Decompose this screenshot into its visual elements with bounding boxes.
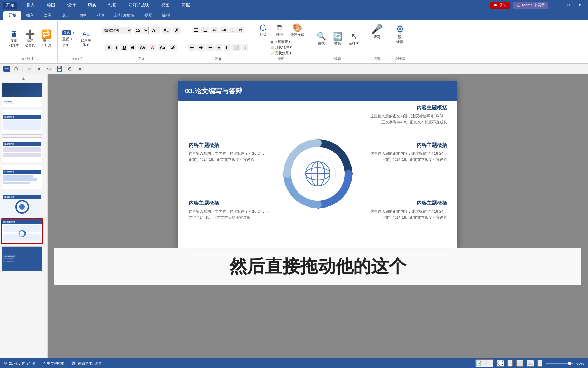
find-btn[interactable]: 🔍 查找 — [314, 31, 329, 47]
arrange-btn[interactable]: ⧉ 排列 — [272, 22, 287, 38]
top-bar-draw[interactable]: 绘图 — [44, 2, 58, 9]
maximize-button[interactable]: □ — [565, 2, 572, 8]
top-bar-animate[interactable]: 动画 — [105, 2, 119, 9]
listen-btn[interactable]: 🎤 听写 — [369, 22, 385, 41]
designer-btn[interactable]: ⚙ 设 计器 — [392, 22, 407, 45]
font-size-select[interactable]: 12 — [134, 27, 149, 34]
ribbon-section-btn[interactable]: 节▼ — [61, 43, 76, 48]
record-icon: ⏺ — [494, 3, 497, 7]
comments-btn[interactable]: 💬 — [497, 360, 504, 367]
undo-more-btn[interactable]: ▼ — [35, 65, 43, 73]
tab-slideshow[interactable]: 幻灯片放映 — [110, 11, 140, 20]
redo-btn[interactable]: ↪ — [45, 65, 53, 73]
ribbon-layout-btn[interactable]: 版式 ▼ — [61, 30, 76, 36]
font-color-btn[interactable]: A — [149, 44, 156, 51]
shape-fill-btn[interactable]: ▦ 形状填充▼ — [269, 39, 294, 44]
slides-group-label: 在线幻灯片 — [21, 56, 38, 61]
italic-btn[interactable]: I — [114, 44, 119, 51]
notes-btn[interactable]: 📝 备注 — [475, 359, 493, 367]
slide-on-badge: 开 — [3, 66, 10, 72]
line-spacing-btn[interactable]: ↕ — [242, 44, 249, 51]
slide-thumb-6[interactable]: 03.论文编写与答辩 — [1, 218, 43, 244]
top-bar-view[interactable]: 视图 — [159, 2, 172, 9]
normal-view-btn[interactable]: ⊞ — [507, 360, 513, 367]
top-bar-briefing[interactable]: 简报 — [179, 2, 193, 9]
quick-style-btn[interactable]: 🎨 快速样式 — [288, 22, 307, 38]
font-decrease-btn[interactable]: A↓ — [161, 27, 171, 34]
convert-smartart-btn[interactable]: ⟳ — [236, 27, 244, 33]
align-right-btn[interactable]: ➡ — [206, 44, 214, 51]
tab-briefing[interactable]: 简报 — [157, 11, 175, 20]
text-direction-btn[interactable]: ↕ — [229, 27, 235, 33]
content-box-mid-left: 内容主题概括 这里输入您的正文内容，建议标题字号16-24，正文字号14-18。… — [189, 142, 277, 163]
vertical-align-btn[interactable]: ⫿ — [224, 44, 230, 51]
slide-thumb-5[interactable]: 05. 修改标题 — [1, 191, 43, 217]
scroll-up-btn[interactable]: ▲ — [1, 76, 46, 81]
slide-header: 03.论文编写与答辩 — [178, 81, 457, 101]
slide-thumb-1[interactable]: 论文答辩报告 毕业设计答辩 提案报告 — [1, 82, 43, 108]
tab-view[interactable]: 视图 — [140, 11, 157, 20]
tab-transition[interactable]: 切换 — [74, 11, 92, 20]
align-justify-btn[interactable]: ≡ — [215, 44, 222, 51]
slideshow-btn[interactable]: ▶ — [537, 360, 542, 367]
slide-canvas[interactable]: 03.论文编写与答辩 内容主题概括 这里输入您的正文内容，建议标题字号16-24… — [178, 81, 457, 248]
text-case-btn[interactable]: Aa — [158, 44, 167, 51]
quick-style-icon: 🎨 — [292, 23, 303, 32]
tab-animation[interactable]: 动画 — [92, 11, 110, 20]
accessibility-info: ♿ 辅助功能: 调查 — [71, 361, 102, 366]
column-btn[interactable]: ⬜ — [231, 44, 241, 51]
indent-decrease-btn[interactable]: ⇤ — [211, 27, 218, 33]
reading-view-btn[interactable]: 📖 — [527, 360, 534, 367]
diagram-container — [280, 136, 355, 213]
ribbon-used-font[interactable]: Aa 已用字 体▼ — [78, 30, 95, 48]
top-bar-insert[interactable]: 插入 — [24, 2, 37, 9]
more-tools-btn[interactable]: ⚙ — [66, 65, 74, 73]
align-center-btn[interactable]: ⬌ — [197, 44, 205, 51]
clear-format-btn[interactable]: ✗ — [173, 27, 181, 34]
top-bar-switch[interactable]: 切换 — [85, 2, 99, 9]
spell-check-icon: ✓ — [42, 361, 46, 366]
bullet-list-btn[interactable]: ☰ — [192, 27, 200, 33]
undo-btn[interactable]: ↩ — [26, 65, 33, 73]
underline-btn[interactable]: U — [120, 44, 128, 51]
slide-thumb-4[interactable]: 02. 研究内容 — [1, 164, 43, 190]
tab-insert[interactable]: 插入 — [21, 11, 39, 20]
tab-design[interactable]: 设计 — [56, 11, 74, 20]
select-btn[interactable]: ↖ 选择▼ — [346, 31, 361, 47]
ribbon-reset-btn[interactable]: 重置 ▼ — [61, 36, 76, 42]
minimize-button[interactable]: — — [552, 2, 561, 8]
shape-effect-btn[interactable]: ✨ 形状效果▼ — [269, 50, 294, 56]
text-highlight-btn[interactable]: 🖌 — [169, 44, 177, 51]
teams-button[interactable]: 在 Teams 中展示 — [513, 2, 548, 9]
top-bar-start[interactable]: 开始 — [3, 2, 17, 9]
slide-sorter-btn[interactable]: ⬜ — [516, 360, 523, 367]
strikethrough-btn[interactable]: S — [129, 44, 136, 51]
slide-thumb-2[interactable]: 01. 研究背景 — [1, 109, 43, 135]
top-bar-design[interactable]: 设计 — [65, 2, 78, 9]
dropdown-tools-btn[interactable]: ▼ — [76, 65, 84, 73]
align-left-btn[interactable]: ⬅ — [188, 44, 196, 51]
new-slide-icon: ➕ — [25, 30, 35, 38]
tab-draw[interactable]: 绘图 — [39, 11, 56, 20]
ribbon-online-slides[interactable]: 🖥 在线 幻灯片 — [6, 29, 21, 49]
ribbon-new-slide[interactable]: ➕ 新建 动画页 — [22, 29, 37, 49]
qa-settings-btn[interactable]: ⚙ — [12, 65, 20, 73]
shape-btn[interactable]: ⬡ 形状 — [256, 22, 271, 38]
top-bar-slideshow[interactable]: 幻灯片放映 — [126, 2, 152, 9]
close-button[interactable]: ✕ — [576, 2, 585, 8]
char-spacing-btn[interactable]: AV — [138, 44, 148, 51]
bold-btn[interactable]: B — [105, 44, 112, 51]
ribbon-reuse-slide[interactable]: 🔁 重用 幻灯片 — [39, 29, 54, 49]
save-btn[interactable]: 💾 — [55, 65, 64, 73]
zoom-slider[interactable] — [546, 363, 573, 364]
font-increase-btn[interactable]: A↑ — [150, 27, 160, 34]
font-family-select[interactable]: 微软雅黑 — [102, 27, 132, 34]
numbered-list-btn[interactable]: 1. — [201, 27, 209, 33]
slide-thumb-7[interactable]: 答辩结束 谢谢观看 答辩日期: 请替换此处文字 汇报人: 请替换此处文字 — [1, 246, 43, 272]
slide-thumb-3[interactable]: 02. 研究方法 — [1, 137, 43, 163]
recording-button[interactable]: ⏺ 录制 — [490, 2, 510, 9]
indent-increase-btn[interactable]: ⇥ — [220, 27, 228, 33]
replace-btn[interactable]: 🔄 替换 — [330, 31, 345, 47]
tab-home[interactable]: 开始 — [3, 11, 21, 20]
shape-outline-btn[interactable]: ⬜ 形状轮廓▼ — [269, 45, 294, 50]
